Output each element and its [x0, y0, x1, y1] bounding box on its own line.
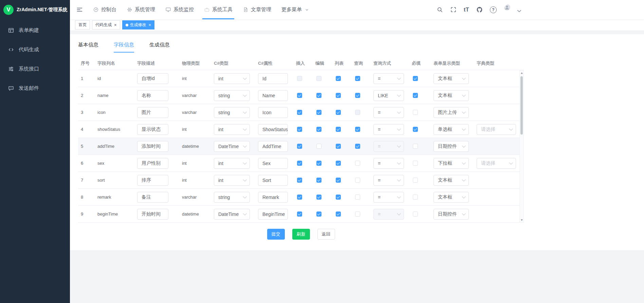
checkbox[interactable] — [336, 93, 341, 98]
checkbox[interactable] — [355, 93, 360, 98]
tag-code-generation[interactable]: 代码生成 × — [92, 20, 120, 29]
scrollbar-thumb[interactable] — [520, 76, 523, 135]
checkbox[interactable] — [355, 211, 360, 217]
checkbox[interactable] — [336, 76, 341, 81]
csharp-property-input[interactable]: AddTime — [258, 141, 288, 152]
help-icon[interactable]: ? — [490, 6, 497, 13]
sidebar-item-system-api[interactable]: 系统接口 — [0, 59, 70, 79]
csharp-property-input[interactable]: Remark — [258, 192, 288, 203]
font-size-icon[interactable]: tT — [464, 7, 469, 13]
refresh-button[interactable]: 刷新 — [292, 229, 310, 240]
select-input[interactable]: 请选择 — [477, 158, 516, 169]
sidebar-item-form-builder[interactable]: 表单构建 — [0, 21, 70, 40]
select-input[interactable]: 文本框 — [434, 90, 469, 101]
nav-item-more-menu[interactable]: 更多菜单 — [276, 0, 314, 19]
checkbox[interactable] — [316, 195, 321, 200]
csharp-property-input[interactable]: Name — [258, 90, 288, 101]
checkbox[interactable] — [336, 127, 341, 132]
checkbox[interactable] — [413, 144, 418, 149]
checkbox[interactable] — [297, 178, 302, 183]
checkbox[interactable] — [316, 178, 321, 183]
search-icon[interactable] — [437, 6, 443, 13]
csharp-property-input[interactable]: ShowStatus — [258, 124, 288, 135]
checkbox[interactable] — [355, 76, 360, 81]
select-input[interactable]: 图片上传 — [434, 107, 469, 118]
select-input[interactable]: = — [373, 158, 404, 169]
checkbox[interactable] — [413, 211, 418, 217]
checkbox[interactable] — [355, 161, 360, 166]
description-input[interactable]: 备注 — [137, 192, 168, 203]
select-input[interactable]: 单选框 — [434, 124, 469, 135]
tab-basic-info[interactable]: 基本信息 — [78, 40, 98, 53]
description-input[interactable]: 排序 — [137, 175, 168, 186]
nav-item-system-tools[interactable]: 系统工具 — [199, 0, 238, 19]
checkbox[interactable] — [316, 110, 321, 115]
checkbox[interactable] — [413, 76, 418, 81]
csharp-property-input[interactable]: Sex — [258, 158, 288, 169]
checkbox[interactable] — [297, 161, 302, 166]
back-button[interactable]: 返回 — [317, 229, 335, 240]
select-input[interactable]: 日期控件 — [434, 209, 469, 220]
tab-field-info[interactable]: 字段信息 — [114, 40, 134, 53]
select-input[interactable]: string — [214, 90, 250, 101]
select-input[interactable]: 请选择 — [477, 124, 516, 135]
select-input[interactable]: int — [214, 73, 250, 84]
fullscreen-icon[interactable] — [450, 6, 457, 13]
tag-generate-modify[interactable]: 生成修改 × — [122, 20, 155, 29]
submit-button[interactable]: 提交 — [267, 229, 285, 240]
nav-item-system-management[interactable]: 系统管理 — [122, 0, 160, 19]
table-scrollbar[interactable] — [519, 70, 524, 223]
select-input[interactable]: = — [373, 107, 404, 118]
scroll-down-arrow[interactable] — [520, 218, 523, 222]
description-input[interactable]: 名称 — [137, 90, 168, 101]
description-input[interactable]: 图片 — [137, 107, 168, 118]
select-input[interactable]: 下拉框 — [434, 158, 469, 169]
checkbox[interactable] — [297, 93, 302, 98]
sidebar-item-code-generation[interactable]: 代码生成 — [0, 40, 70, 59]
checkbox[interactable] — [355, 178, 360, 183]
select-input[interactable]: string — [214, 192, 250, 203]
checkbox[interactable] — [355, 144, 360, 149]
csharp-property-input[interactable]: Id — [258, 73, 288, 84]
select-input[interactable]: DateTime — [214, 209, 250, 220]
checkbox[interactable] — [336, 110, 341, 115]
select-input[interactable]: int — [214, 158, 250, 169]
checkbox[interactable] — [336, 211, 341, 217]
checkbox[interactable] — [413, 195, 418, 200]
csharp-property-input[interactable]: BeginTime — [258, 209, 288, 220]
checkbox[interactable] — [316, 211, 321, 217]
checkbox[interactable] — [336, 161, 341, 166]
tag-home[interactable]: 首页 — [75, 20, 90, 29]
checkbox[interactable] — [316, 144, 321, 149]
select-input[interactable]: = — [373, 192, 404, 203]
select-input[interactable]: DateTime — [214, 141, 250, 152]
select-input[interactable]: 文本框 — [434, 192, 469, 203]
checkbox[interactable] — [413, 93, 418, 98]
select-input[interactable]: int — [214, 175, 250, 186]
select-input[interactable]: int — [214, 124, 250, 135]
checkbox[interactable] — [355, 195, 360, 200]
app-logo[interactable]: V ZrAdmin.NET-管理系统 — [0, 0, 70, 19]
select-input[interactable]: 日期控件 — [434, 141, 469, 152]
description-input[interactable]: 添加时间 — [137, 141, 168, 152]
checkbox[interactable] — [413, 178, 418, 183]
description-input[interactable]: 用户性别 — [137, 158, 168, 169]
checkbox[interactable] — [316, 161, 321, 166]
checkbox[interactable] — [316, 93, 321, 98]
sidebar-item-send-mail[interactable]: 发送邮件 — [0, 79, 70, 98]
nav-item-article-management[interactable]: 文章管理 — [238, 0, 276, 19]
nav-item-system-monitor[interactable]: 系统监控 — [160, 0, 199, 19]
select-input[interactable]: = — [373, 73, 404, 84]
checkbox[interactable] — [336, 144, 341, 149]
checkbox[interactable] — [297, 144, 302, 149]
checkbox[interactable] — [297, 110, 302, 115]
select-input[interactable]: 文本框 — [434, 73, 469, 84]
select-input[interactable]: LIKE — [373, 90, 404, 101]
github-icon[interactable] — [476, 6, 483, 13]
description-input[interactable]: 开始时间 — [137, 209, 168, 220]
checkbox[interactable] — [297, 195, 302, 200]
checkbox[interactable] — [413, 110, 418, 115]
csharp-property-input[interactable]: Icon — [258, 107, 288, 118]
description-input[interactable]: 显示状态 — [137, 124, 168, 135]
checkbox[interactable] — [355, 127, 360, 132]
